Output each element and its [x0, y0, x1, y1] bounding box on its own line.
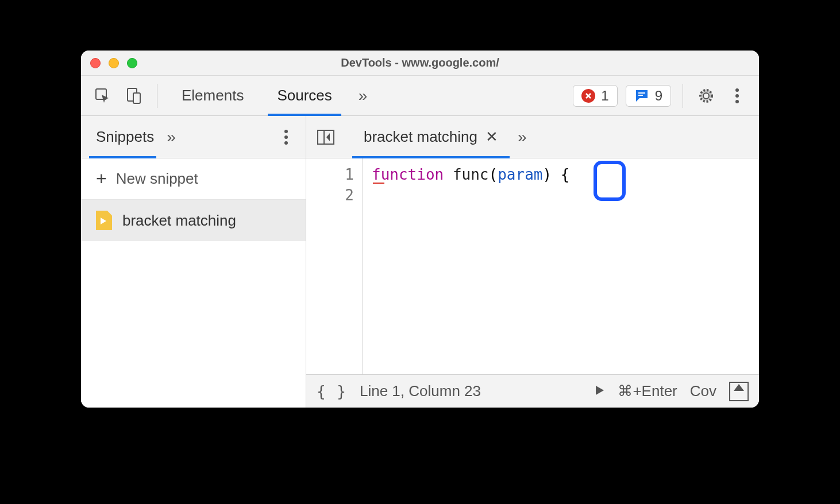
messages-badge[interactable]: 9 [626, 85, 671, 107]
error-icon [581, 89, 595, 103]
errors-badge[interactable]: 1 [573, 85, 617, 107]
window-title: DevTools - www.google.com/ [341, 56, 499, 69]
sidebar-more-tabs-icon[interactable]: » [161, 128, 182, 146]
close-window-button[interactable] [90, 58, 101, 68]
bracket-highlight-annotation [594, 161, 626, 201]
sidebar-tabs: Snippets » [81, 116, 306, 158]
sidebar-more-options-icon[interactable] [275, 126, 298, 149]
devtools-window: DevTools - www.google.com/ Elements Sour… [81, 51, 759, 408]
token-open-paren: ( [489, 166, 498, 183]
message-icon [634, 88, 649, 103]
snippet-item[interactable]: bracket matching [81, 200, 306, 241]
svg-rect-13 [318, 130, 334, 144]
editor-tab-label: bracket matching [364, 128, 477, 146]
token-param: param [498, 166, 542, 183]
line-gutter: 1 2 [306, 158, 363, 374]
minimize-window-button[interactable] [109, 58, 119, 68]
line-number: 1 [306, 164, 354, 185]
svg-point-12 [284, 141, 288, 145]
svg-point-9 [735, 100, 739, 103]
svg-point-7 [735, 88, 739, 92]
editor-pane: bracket matching ✕ » 1 2 function func(p… [306, 116, 759, 408]
plus-icon: + [96, 168, 107, 189]
svg-rect-2 [133, 93, 140, 103]
body: Snippets » + New snippet bracket matchin… [81, 116, 759, 408]
toolbar-divider [157, 84, 157, 108]
tab-snippets[interactable]: Snippets [89, 116, 161, 158]
more-panels-icon[interactable]: » [353, 87, 373, 105]
navigator-toggle-icon[interactable] [314, 126, 337, 149]
more-options-icon[interactable] [726, 84, 749, 107]
errors-count: 1 [601, 88, 608, 104]
inspect-element-icon[interactable] [91, 84, 114, 107]
tab-elements-label: Elements [182, 87, 244, 104]
token-brace: { [561, 166, 570, 183]
error-underline [373, 183, 384, 184]
code-line [372, 185, 569, 206]
code-line: function func(param) { [372, 164, 569, 185]
tab-sources-label: Sources [277, 87, 332, 104]
svg-point-8 [735, 94, 739, 98]
coverage-label[interactable]: Cov [690, 382, 716, 400]
snippet-item-label: bracket matching [122, 212, 236, 230]
svg-point-10 [284, 130, 288, 133]
toolbar-divider-2 [683, 84, 683, 108]
new-snippet-label: New snippet [116, 170, 198, 188]
format-button[interactable]: { } [317, 383, 347, 400]
main-toolbar: Elements Sources » 1 9 [81, 76, 759, 116]
code-editor[interactable]: 1 2 function func(param) { [306, 158, 759, 374]
token-function-name: func [453, 166, 489, 183]
svg-rect-3 [638, 92, 645, 94]
traffic-lights [90, 58, 137, 68]
token-keyword: function [372, 166, 444, 183]
svg-point-11 [284, 135, 288, 139]
editor-more-tabs-icon[interactable]: » [512, 128, 533, 146]
messages-count: 9 [655, 88, 662, 104]
settings-icon[interactable] [695, 84, 718, 107]
close-tab-icon[interactable]: ✕ [485, 128, 498, 146]
tab-sources[interactable]: Sources [264, 76, 344, 115]
device-mode-icon[interactable] [122, 84, 145, 107]
token-space [552, 166, 561, 183]
editor-tabs: bracket matching ✕ » [306, 116, 759, 158]
drawer-toggle-icon[interactable] [729, 382, 749, 401]
svg-rect-4 [638, 95, 643, 96]
svg-point-6 [704, 94, 708, 98]
run-shortcut-label: ⌘+Enter [618, 382, 677, 400]
code-content[interactable]: function func(param) { [363, 158, 569, 374]
run-snippet-button[interactable] [594, 382, 605, 400]
line-number: 2 [306, 185, 354, 206]
sidebar: Snippets » + New snippet bracket matchin… [81, 116, 306, 408]
statusbar: { } Line 1, Column 23 ⌘+Enter Cov [306, 374, 759, 408]
play-icon [594, 385, 605, 396]
snippet-file-icon [96, 211, 112, 230]
editor-tab[interactable]: bracket matching ✕ [355, 116, 507, 158]
new-snippet-button[interactable]: + New snippet [81, 158, 306, 200]
titlebar: DevTools - www.google.com/ [81, 51, 759, 76]
fullscreen-window-button[interactable] [127, 58, 137, 68]
token-close-paren: ) [542, 166, 552, 183]
tab-snippets-label: Snippets [96, 128, 154, 146]
tab-elements[interactable]: Elements [169, 76, 256, 115]
cursor-position: Line 1, Column 23 [360, 382, 481, 400]
